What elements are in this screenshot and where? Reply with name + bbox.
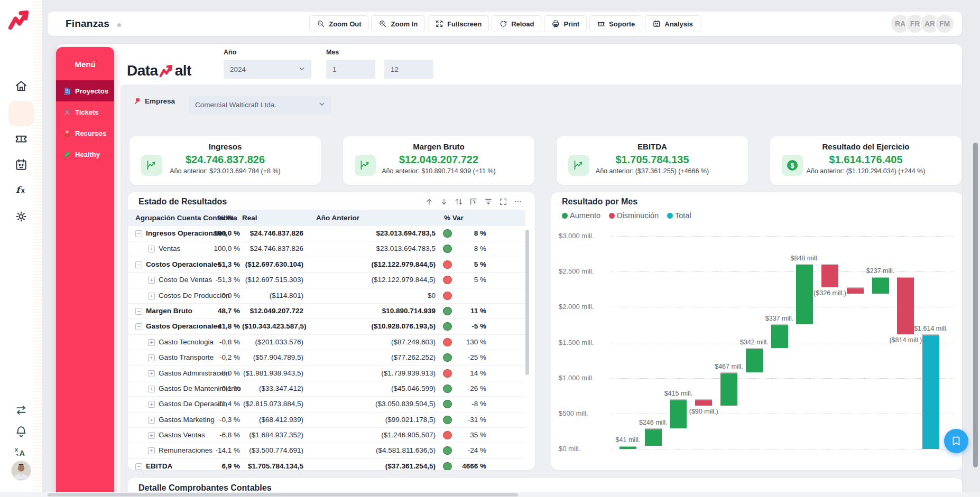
waterfall-bar-feb[interactable] [645, 428, 662, 446]
zoom-in-button[interactable]: Zoom In [372, 15, 426, 32]
expand-icon[interactable]: + [148, 386, 155, 392]
rail-item-planner[interactable] [14, 158, 28, 172]
legend-item-total[interactable]: Total [667, 211, 691, 220]
menu-item-healthy[interactable]: Healthy [56, 144, 114, 165]
column-header-4[interactable]: Año Anterior [316, 214, 359, 222]
waterfall-bar-total[interactable] [922, 334, 939, 449]
arrow-up-icon[interactable] [424, 198, 433, 207]
expand-icon[interactable]: + [148, 339, 155, 346]
analysis-button[interactable]: Analysis [645, 15, 700, 32]
collapse-icon[interactable]: − [135, 261, 142, 268]
collapse-icon[interactable]: − [135, 463, 142, 470]
reload-button[interactable]: Reload [492, 15, 541, 32]
more-icon[interactable] [513, 198, 522, 207]
y-axis-tick: $2.500 mill. [559, 267, 612, 275]
filter-icon[interactable] [484, 198, 493, 207]
menu-item-recursos[interactable]: Recursos [56, 123, 114, 144]
horizontal-scrollbar[interactable] [48, 493, 518, 496]
soporte-button[interactable]: Soporte [589, 15, 642, 32]
legend-item-disminución[interactable]: Disminución [609, 211, 659, 220]
waterfall-bar-nov[interactable] [872, 277, 889, 294]
table-row[interactable]: −Costos Operacionales-51,3 %($12.697.630… [128, 257, 525, 273]
rail-item-alerts[interactable] [14, 425, 28, 438]
pct-vta-value: -51,3 % [191, 260, 240, 268]
company-select[interactable]: Comercial Walticraft Ltda. [189, 96, 331, 114]
table-row[interactable]: +Costo De Ventas-51,3 %($12.697.515.303)… [128, 273, 525, 288]
table-row[interactable]: +Gastos Administracion-8,0 %($1.981.938.… [128, 366, 525, 381]
waterfall-bar-sept[interactable] [821, 264, 838, 287]
pct-vta-value: -51,3 % [191, 276, 240, 284]
pivot-icon[interactable] [469, 198, 478, 207]
table-row[interactable]: +Costos De Producción-0,0 %($114.801)$0 [128, 288, 525, 304]
column-header-3[interactable]: Real [242, 214, 257, 222]
table-row[interactable]: +Gastos Marketing-0,3 %($68.412.939)($99… [128, 412, 525, 428]
menu-item-proyectos[interactable]: Proyectos [56, 80, 114, 101]
expand-icon[interactable]: + [148, 293, 155, 299]
table-row[interactable]: +Ventas100,0 %$24.746.837.826$23.013.694… [128, 241, 525, 257]
arrow-down-icon[interactable] [439, 198, 448, 207]
rail-item-swap[interactable] [14, 404, 28, 417]
waterfall-bar-jun[interactable] [746, 348, 763, 372]
status-red-icon [443, 292, 452, 300]
waterfall-bar-may[interactable] [720, 372, 737, 406]
sort-icon[interactable] [454, 198, 463, 207]
table-row[interactable]: +Gastos Ventas-6,8 %($1.684.937.352)($1.… [128, 428, 525, 443]
month-to-input[interactable]: 12 [384, 60, 433, 79]
table-row[interactable]: −Gastos Operacionales-41,8 %($10.343.423… [128, 319, 525, 334]
column-header-5[interactable]: % Var [444, 214, 464, 222]
print-button[interactable]: Print [544, 15, 587, 32]
collapse-icon[interactable]: − [135, 308, 142, 315]
rail-item-language[interactable]: xA [14, 445, 28, 458]
collapse-icon[interactable]: − [135, 323, 142, 330]
app-logo-icon[interactable] [7, 8, 32, 32]
real-value: $12.049.207.722 [242, 307, 303, 315]
topbar: Finanzas Zoom OutZoom InFullscreenReload… [48, 12, 962, 36]
vertical-scrollbar[interactable] [973, 143, 978, 467]
expand-icon[interactable]: + [148, 246, 155, 252]
bookmark-fab-button[interactable] [944, 429, 968, 453]
waterfall-bar-abr[interactable] [695, 399, 712, 406]
expand-icon[interactable]: + [148, 401, 155, 408]
table-row[interactable]: +Remuneraciones-14,1 %($3.500.774.691)($… [128, 443, 525, 458]
rail-item-tickets[interactable] [14, 132, 28, 145]
expand-icon[interactable]: + [148, 277, 155, 284]
fullscreen-button[interactable]: Fullscreen [428, 15, 489, 32]
column-header-2[interactable]: % Vta [218, 214, 237, 222]
expand-icon[interactable]: + [148, 417, 155, 424]
expand-icon[interactable] [498, 198, 507, 207]
year-select[interactable]: 2024 [224, 60, 311, 79]
table-row[interactable]: +Gasto Tecnologia-0,8 %($201.033.576)($8… [128, 335, 525, 350]
menu-item-tickets[interactable]: Tickets [56, 101, 114, 123]
pct-var-value: 14 % [454, 369, 486, 377]
table-row[interactable]: +Gasto Transporte-0,2 %($57.904.789,5)($… [128, 350, 525, 365]
legend-item-aumento[interactable]: Aumento [562, 211, 600, 220]
table-row[interactable]: +Gastos De Operación-11,4 %($2.815.073.8… [128, 397, 525, 412]
zoom-out-button[interactable]: Zoom Out [309, 15, 368, 32]
user-avatar[interactable] [12, 461, 31, 480]
rail-item-functions[interactable]: fx [14, 183, 28, 197]
rail-item-home[interactable] [14, 79, 28, 93]
expand-icon[interactable]: + [148, 447, 155, 454]
month-from-input[interactable]: 1 [326, 60, 375, 79]
previous-year-value: ($4.581.811.636,5) [314, 446, 436, 454]
previous-year-value: $23.013.694.783,5 [314, 245, 436, 252]
table-row[interactable]: −Margen Bruto48,7 %$12.049.207.722$10.89… [128, 304, 525, 319]
expand-icon[interactable]: + [148, 354, 155, 361]
previous-year-value: $0 [314, 292, 436, 299]
legend-dot [562, 213, 568, 219]
rail-item-settings[interactable] [14, 210, 28, 223]
bar-label-total: $1.614 mill. [896, 325, 962, 332]
expand-icon[interactable]: + [148, 432, 155, 439]
waterfall-bar-oct[interactable] [847, 287, 864, 294]
table-row[interactable]: −EBITDA6,9 %$1.705.784.134,5($37.361.254… [128, 459, 525, 470]
chevron-down-icon [319, 101, 325, 109]
expand-icon[interactable]: + [148, 370, 155, 377]
waterfall-bar-jul[interactable] [771, 324, 788, 348]
table-row[interactable]: −Ingresos Operacionales100,0 %$24.746.83… [128, 226, 525, 241]
waterfall-bar-ene[interactable] [620, 446, 636, 449]
table-row[interactable]: +Gastos De Mantenimiento-0,1 %($33.347.4… [128, 381, 525, 397]
collapse-icon[interactable]: − [135, 230, 142, 237]
avatar-fm[interactable]: FM [936, 15, 954, 33]
table-scrollbar[interactable] [525, 230, 529, 375]
reload-icon [499, 20, 507, 28]
